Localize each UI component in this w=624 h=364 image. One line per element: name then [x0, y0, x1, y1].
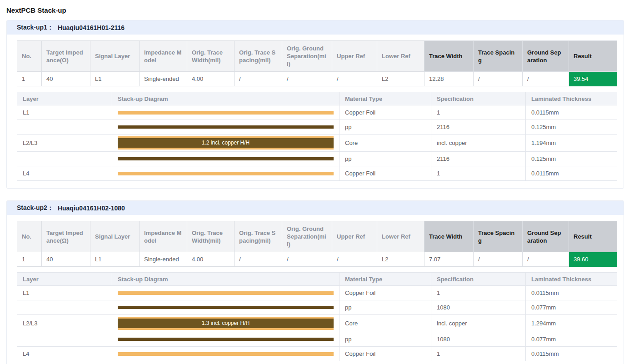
impedance-cell-lower_ref: L2	[377, 252, 424, 267]
layer-col-laminated-thickness: Laminated Thickness	[526, 92, 617, 105]
core-bar-label: 1.2 incl. copper H/H	[118, 138, 334, 148]
stackup-diagram-cell	[112, 332, 339, 347]
material-type-cell: Core	[339, 135, 431, 152]
layer-row: pp10800.077mm	[17, 300, 617, 315]
core-bar-label: 1.3 incl. copper H/H	[118, 319, 334, 328]
layer-header-row: LayerStack-up DiagramMaterial TypeSpecif…	[17, 273, 617, 286]
impedance-cell-upper_ref: /	[332, 72, 377, 86]
impedance-col-lower_ref: Lower Ref	[377, 41, 424, 72]
layer-row: L1Copper Foil10.0115mm	[17, 286, 617, 300]
impedance-col-trace_spacing: Trace Spacing	[474, 41, 523, 72]
layer-name-cell: L4	[17, 347, 112, 361]
stackup-page: NextPCB Stack-up Stack-up1： Huaqiu04161H…	[0, 0, 624, 364]
specification-cell: 1	[431, 286, 526, 300]
impedance-col-no: No.	[17, 221, 42, 252]
stackup-section-2: Stack-up2： Huaqiu04161H02-1080 No.Target…	[6, 200, 624, 364]
stackup1-body: No.Target Impedance(Ω)Signal LayerImpeda…	[7, 35, 624, 188]
impedance-cell-ground_separation: /	[523, 252, 569, 267]
impedance-col-orig_ground_separation: Orig. Ground Separation(mil)	[282, 41, 332, 72]
layer-name-cell	[17, 152, 112, 166]
impedance-col-orig_ground_separation: Orig. Ground Separation(mil)	[282, 221, 332, 252]
laminated-thickness-cell: 0.0115mm	[526, 105, 617, 120]
core-bar: 1.2 incl. copper H/H	[118, 136, 334, 150]
layer-name-cell: L4	[17, 166, 112, 181]
impedance-cell-lower_ref: L2	[377, 72, 424, 86]
impedance-cell-orig_ground_separation: /	[282, 252, 332, 267]
impedance-col-upper_ref: Upper Ref	[332, 41, 377, 72]
impedance-cell-trace_spacing: /	[474, 252, 523, 267]
layer-col-laminated-thickness: Laminated Thickness	[526, 273, 617, 286]
stackup-diagram-cell	[112, 286, 339, 300]
impedance-cell-target_impedance: 40	[42, 72, 90, 86]
impedance-cell-orig_trace_width: 4.00	[187, 252, 235, 267]
impedance-cell-result: 39.54	[569, 72, 617, 86]
impedance-col-impedance_model: Impedance Model	[140, 41, 187, 72]
copper-foil-bar	[118, 352, 334, 356]
layer-name-cell	[17, 332, 112, 347]
layer-name-cell: L1	[17, 286, 112, 300]
layer-col-specification: Specification	[431, 92, 526, 105]
layer-row: pp21160.125mm	[17, 120, 617, 135]
stackup2-impedance-table-slot: No.Target Impedance(Ω)Signal LayerImpeda…	[17, 221, 624, 267]
specification-cell: 1080	[431, 332, 526, 347]
stackup-diagram-cell: 1.2 incl. copper H/H	[112, 135, 339, 152]
layer-row: L2/L31.3 incl. copper H/HCoreincl. coppe…	[17, 315, 617, 332]
impedance-col-impedance_model: Impedance Model	[140, 221, 187, 252]
impedance-cell-impedance_model: Single-ended	[140, 252, 187, 267]
layer-name-cell	[17, 300, 112, 315]
core-bar: 1.3 incl. copper H/H	[118, 317, 334, 330]
impedance-cell-no: 1	[17, 72, 42, 86]
laminated-thickness-cell: 0.0115mm	[526, 347, 617, 361]
impedance-col-upper_ref: Upper Ref	[332, 221, 377, 252]
impedance-col-signal_layer: Signal Layer	[90, 41, 140, 72]
impedance-cell-orig_ground_separation: /	[282, 72, 332, 86]
prepreg-bar	[118, 306, 334, 309]
layer-name-cell	[17, 120, 112, 135]
stackup2-header: Stack-up2： Huaqiu04161H02-1080	[7, 201, 624, 215]
prepreg-bar	[118, 125, 334, 129]
impedance-cell-result: 39.60	[569, 252, 617, 267]
impedance-cell-signal_layer: L1	[90, 252, 140, 267]
impedance-col-target_impedance: Target Impedance(Ω)	[42, 41, 90, 72]
impedance-data-row: 140L1Single-ended4.00///L27.07//39.60	[17, 252, 617, 267]
laminated-thickness-cell: 0.125mm	[526, 120, 617, 135]
layer-row: L2/L31.2 incl. copper H/HCoreincl. coppe…	[17, 135, 617, 152]
layer-row: L1Copper Foil10.0115mm	[17, 105, 617, 120]
stackup-diagram-cell: 1.3 incl. copper H/H	[112, 315, 339, 332]
impedance-cell-ground_separation: /	[523, 72, 569, 86]
impedance-col-result: Result	[569, 41, 617, 72]
impedance-cell-trace_width: 12.28	[424, 72, 474, 86]
impedance-cell-orig_trace_width: 4.00	[187, 72, 235, 86]
impedance-cell-upper_ref: /	[332, 252, 377, 267]
stackup2-layer-table-slot: LayerStack-up DiagramMaterial TypeSpecif…	[17, 272, 624, 361]
stackup-diagram-cell	[112, 105, 339, 120]
stackup-diagram-cell	[112, 166, 339, 181]
impedance-cell-orig_trace_spacing: /	[235, 252, 282, 267]
impedance-col-no: No.	[17, 41, 42, 72]
impedance-data-row: 140L1Single-ended4.00///L212.28//39.54	[17, 72, 617, 86]
material-type-cell: Core	[339, 315, 431, 332]
impedance-cell-trace_width: 7.07	[424, 252, 474, 267]
layer-name-cell: L1	[17, 105, 112, 120]
prepreg-bar	[118, 338, 334, 341]
impedance-col-signal_layer: Signal Layer	[90, 221, 140, 252]
specification-cell: 1080	[431, 300, 526, 315]
layer-col-layer: Layer	[17, 92, 112, 105]
impedance-col-target_impedance: Target Impedance(Ω)	[42, 221, 90, 252]
stackup2-name: Huaqiu04161H02-1080	[58, 204, 125, 212]
laminated-thickness-cell: 0.077mm	[526, 332, 617, 347]
copper-foil-bar	[118, 172, 334, 175]
impedance-col-orig_trace_width: Orig. Trace Width(mil)	[187, 221, 235, 252]
material-type-cell: Copper Foil	[339, 347, 431, 361]
layer-col-layer: Layer	[17, 273, 112, 286]
layer-header-row: LayerStack-up DiagramMaterial TypeSpecif…	[17, 92, 617, 105]
stackup-section-1: Stack-up1： Huaqiu04161H01-2116 No.Target…	[6, 20, 624, 189]
impedance-cell-impedance_model: Single-ended	[140, 72, 187, 86]
stackup1-name: Huaqiu04161H01-2116	[58, 24, 125, 31]
laminated-thickness-cell: 1.294mm	[526, 315, 617, 332]
layer-row: pp21160.125mm	[17, 152, 617, 166]
stackup2-body: No.Target Impedance(Ω)Signal LayerImpeda…	[7, 215, 624, 364]
impedance-cell-trace_spacing: /	[474, 72, 523, 86]
layer-col-material-type: Material Type	[339, 92, 431, 105]
material-type-cell: pp	[339, 152, 431, 166]
